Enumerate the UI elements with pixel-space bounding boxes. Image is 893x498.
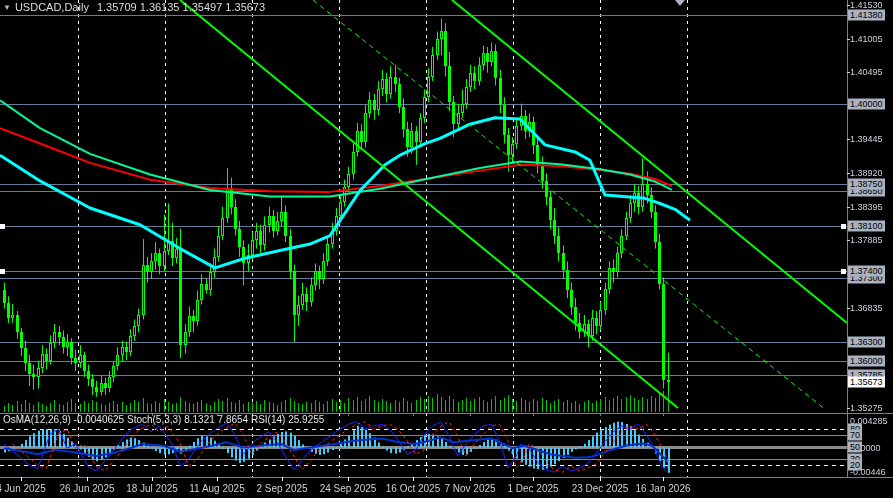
time-axis-label[interactable]: 26 Jun 2025 [59,483,114,494]
oscillator-level-label[interactable]: 70 [848,430,862,441]
time-axis-label[interactable]: 23 Dec 2025 [572,483,629,494]
price-level-label[interactable]: 1.38100 [848,221,885,232]
price-axis-tick: 1.40495 [850,66,883,77]
ohlc-values: 1.35709 1.36135 1.35497 1.35673 [97,1,265,13]
time-axis-label[interactable]: 24 Sep 2025 [320,483,377,494]
oscillator-level-label[interactable]: 20 [848,460,862,471]
time-axis-label[interactable]: 16 Jan 2026 [635,483,690,494]
price-axis-tick: 1.38920 [850,168,883,179]
price-level-label[interactable]: 1.36000 [848,356,885,367]
chevron-down-icon[interactable]: ▼ [3,3,11,12]
oscillator-level-label[interactable]: 50 [848,442,862,453]
price-axis-tick: 1.39445 [850,134,883,145]
price-level-label[interactable]: 1.38750 [848,179,885,190]
time-axis-label[interactable]: 4 Jun 2025 [0,483,46,494]
price-axis-tick: 1.35275 [850,403,883,414]
chart-title: ▼USDCAD,Daily1.35709 1.36135 1.35497 1.3… [3,1,265,13]
price-axis-tick: 1.41005 [850,33,883,44]
time-axis-label[interactable]: 18 Jul 2025 [126,483,178,494]
price-level-label[interactable]: 1.40000 [848,98,885,109]
price-axis-tick: 1.37885 [850,234,883,245]
time-axis-label[interactable]: 1 Dec 2025 [507,483,558,494]
symbol-period-label: USDCAD,Daily [15,1,89,13]
trading-terminal-chart: ▼USDCAD,Daily1.35709 1.36135 1.35497 1.3… [0,0,893,498]
indicator-values-label: OsMA(12,26,9) -0.0040625 Stoch(5,3,3) 8.… [3,414,324,425]
time-axis-label[interactable]: 2 Sep 2025 [256,483,307,494]
price-level-label[interactable]: 1.41380 [848,9,885,20]
price-level-label[interactable]: 1.37400 [848,266,885,277]
time-axis-label[interactable]: 16 Oct 2025 [386,483,440,494]
time-axis-label[interactable]: 11 Aug 2025 [189,483,244,494]
price-level-label[interactable]: 1.36300 [848,337,885,348]
time-axis-label[interactable]: 7 Nov 2025 [444,483,495,494]
current-price-label: 1.35673 [848,377,885,388]
price-axis-tick: 1.36835 [850,302,883,313]
price-axis-tick: 1.38395 [850,202,883,213]
